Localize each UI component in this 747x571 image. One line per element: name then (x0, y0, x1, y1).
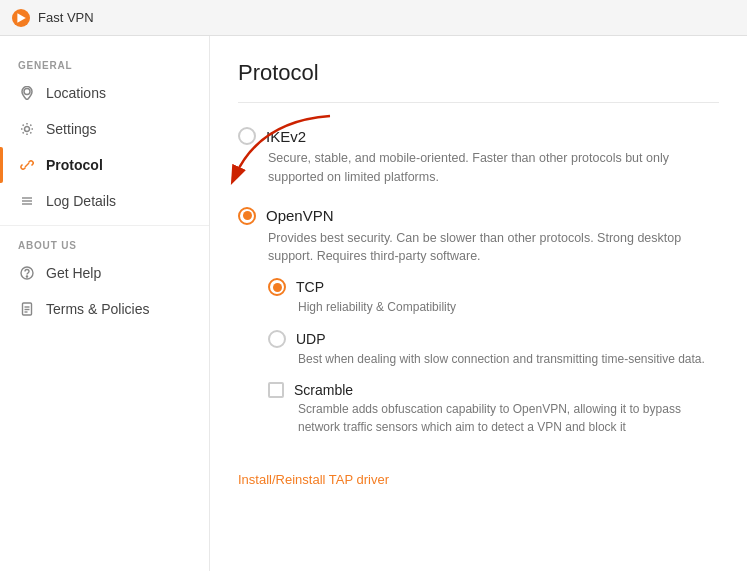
protocol-option-openvpn: OpenVPN Provides best security. Can be s… (238, 207, 719, 437)
sub-option-udp: UDP Best when dealing with slow connecti… (268, 330, 719, 368)
pin-icon (18, 84, 36, 102)
sidebar-locations-label: Locations (46, 85, 106, 101)
sidebar-terms-label: Terms & Policies (46, 301, 149, 317)
svg-point-2 (25, 127, 30, 132)
sidebar-item-terms[interactable]: Terms & Policies (0, 291, 209, 327)
sidebar-item-get-help[interactable]: Get Help (0, 255, 209, 291)
sidebar-settings-label: Settings (46, 121, 97, 137)
sidebar-general-label: GENERAL (0, 52, 209, 75)
ikev2-name: IKEv2 (266, 128, 306, 145)
list-icon (18, 192, 36, 210)
sub-option-tcp: TCP High reliability & Compatibility (268, 278, 719, 316)
svg-point-1 (24, 89, 30, 95)
ikev2-desc: Secure, stable, and mobile-oriented. Fas… (268, 149, 719, 187)
udp-desc: Best when dealing with slow connection a… (298, 350, 719, 368)
scramble-name: Scramble (294, 382, 353, 398)
sidebar-protocol-label: Protocol (46, 157, 103, 173)
openvpn-name: OpenVPN (266, 207, 334, 224)
ikev2-radio[interactable] (238, 127, 256, 145)
link-icon (18, 156, 36, 174)
svg-point-7 (26, 276, 27, 277)
tcp-radio[interactable] (268, 278, 286, 296)
openvpn-sub-options: TCP High reliability & Compatibility UDP… (268, 278, 719, 436)
svg-marker-0 (17, 13, 25, 23)
title-bar: Fast VPN (0, 0, 747, 36)
openvpn-desc: Provides best security. Can be slower th… (268, 229, 719, 267)
sub-option-scramble: Scramble Scramble adds obfuscation capab… (268, 382, 719, 436)
install-tap-driver-link[interactable]: Install/Reinstall TAP driver (238, 472, 389, 487)
question-icon (18, 264, 36, 282)
sidebar-item-locations[interactable]: Locations (0, 75, 209, 111)
app-title: Fast VPN (38, 10, 94, 25)
tcp-name: TCP (296, 279, 324, 295)
sidebar: GENERAL Locations Settings (0, 36, 210, 571)
gear-icon (18, 120, 36, 138)
app-logo (12, 9, 30, 27)
sidebar-log-details-label: Log Details (46, 193, 116, 209)
sidebar-item-log-details[interactable]: Log Details (0, 183, 209, 219)
sidebar-item-settings[interactable]: Settings (0, 111, 209, 147)
tcp-desc: High reliability & Compatibility (298, 298, 719, 316)
main-content: Protocol IKEv2 Secure, stable, and mobil… (210, 36, 747, 571)
sidebar-get-help-label: Get Help (46, 265, 101, 281)
sidebar-about-label: ABOUT US (0, 232, 209, 255)
scramble-desc: Scramble adds obfuscation capability to … (298, 400, 719, 436)
protocol-option-ikev2: IKEv2 Secure, stable, and mobile-oriente… (238, 127, 719, 187)
document-icon (18, 300, 36, 318)
scramble-checkbox[interactable] (268, 382, 284, 398)
udp-name: UDP (296, 331, 326, 347)
udp-radio[interactable] (268, 330, 286, 348)
sidebar-item-protocol[interactable]: Protocol (0, 147, 209, 183)
openvpn-radio[interactable] (238, 207, 256, 225)
page-title: Protocol (238, 60, 719, 103)
